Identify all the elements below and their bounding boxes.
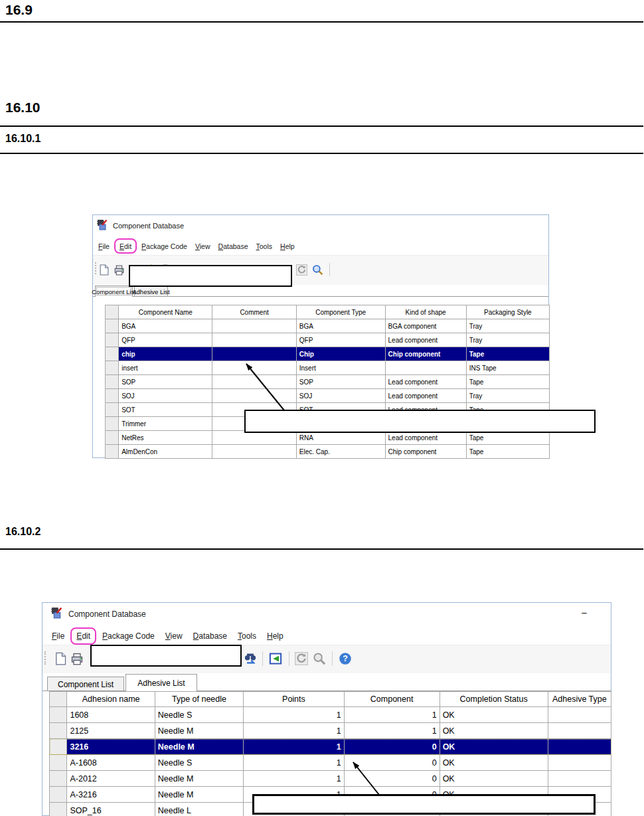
table-cell[interactable]: INS Tape	[466, 361, 549, 375]
column-header[interactable]: Kind of shape	[385, 305, 466, 319]
table-cell[interactable]: A-2012	[67, 771, 155, 787]
column-header[interactable]: Points	[244, 692, 344, 707]
menu-file[interactable]: File	[94, 242, 114, 250]
row-header-cell[interactable]	[106, 403, 119, 417]
table-cell[interactable]: AlmDenCon	[119, 445, 212, 459]
column-header[interactable]: Adhesion name	[67, 692, 155, 707]
table-cell[interactable]: 0	[344, 771, 440, 787]
menu-view[interactable]: View	[160, 631, 188, 641]
table-row[interactable]: chipChipChip componentTape	[106, 347, 550, 361]
column-header[interactable]: Component Name	[119, 305, 212, 319]
table-cell[interactable]: OK	[440, 755, 548, 771]
table-cell[interactable]	[212, 319, 296, 333]
menu-edit[interactable]: Edit	[76, 631, 91, 641]
row-header-cell[interactable]	[50, 739, 67, 755]
row-header-cell[interactable]	[106, 319, 119, 333]
table-cell[interactable]: 1	[344, 707, 440, 723]
search-preview-icon[interactable]	[313, 652, 326, 665]
table-cell[interactable]: Tape	[466, 445, 549, 459]
table-cell[interactable]: 1	[244, 739, 344, 755]
menu-file[interactable]: File	[46, 631, 70, 641]
row-header-cell[interactable]	[106, 375, 119, 389]
tab-adhesive-list[interactable]: Adhesive List	[125, 674, 197, 691]
table-row[interactable]: BGABGABGA componentTray	[106, 319, 550, 333]
tab-component-list[interactable]: Component List	[47, 677, 124, 691]
table-cell[interactable]	[548, 707, 611, 723]
row-header-cell[interactable]	[106, 389, 119, 403]
menu-database[interactable]: Database	[188, 631, 232, 641]
table-cell[interactable]: 0	[344, 739, 440, 755]
column-header[interactable]: Packaging Style	[466, 305, 549, 319]
table-cell[interactable]: Needle M	[155, 771, 243, 787]
table-cell[interactable]: QFP	[119, 333, 212, 347]
row-header-cell[interactable]	[106, 445, 119, 459]
toolbar-grip[interactable]	[95, 262, 96, 274]
table-cell[interactable]	[212, 347, 296, 361]
table-row[interactable]: 3216Needle M10OK	[50, 739, 611, 755]
print-icon[interactable]	[114, 264, 125, 276]
table-cell[interactable]: NetRes	[119, 431, 212, 445]
table-cell[interactable]: SOP	[296, 375, 385, 389]
table-cell[interactable]: 0	[344, 755, 440, 771]
toolbar-grip[interactable]	[44, 651, 46, 665]
table-cell[interactable]: 3216	[67, 739, 155, 755]
table-cell[interactable]: Needle M	[155, 739, 243, 755]
table-cell[interactable]: BGA	[296, 319, 385, 333]
tab-component-list[interactable]: Component List	[95, 286, 133, 297]
table-cell[interactable]	[212, 375, 296, 389]
row-header-cell[interactable]	[106, 417, 119, 431]
menu-database[interactable]: Database	[214, 242, 252, 250]
table-row[interactable]: SOPSOPLead componentTape	[106, 375, 550, 389]
column-header[interactable]: Type of needle	[155, 692, 243, 707]
table-cell[interactable]: Insert	[296, 361, 385, 375]
table-cell[interactable]: Elec. Cap.	[296, 445, 385, 459]
column-header[interactable]: Component	[344, 692, 440, 707]
row-header-cell[interactable]	[50, 707, 67, 723]
table-cell[interactable]: BGA	[119, 319, 212, 333]
table-cell[interactable]: Needle M	[155, 787, 243, 803]
table-row[interactable]: A-1608Needle S10OK	[50, 755, 611, 771]
menu-tools[interactable]: Tools	[232, 631, 262, 641]
table-cell[interactable]: 2125	[67, 723, 155, 739]
refresh-icon[interactable]	[295, 652, 308, 665]
table-cell[interactable]: Tray	[466, 333, 549, 347]
table-cell[interactable]	[212, 361, 296, 375]
menu-edit[interactable]: Edit	[119, 242, 132, 250]
row-header-cell[interactable]	[50, 771, 67, 787]
table-row[interactable]: SOJSOJLead componentTray	[106, 389, 550, 403]
search-preview-icon[interactable]	[312, 264, 323, 276]
table-cell[interactable]: Tape	[466, 375, 549, 389]
row-header-cell[interactable]	[50, 803, 67, 816]
tab-adhesive-list[interactable]: Adhesive List	[134, 286, 168, 297]
column-header[interactable]: Component Type	[296, 305, 385, 319]
table-cell[interactable]: 1608	[67, 707, 155, 723]
help-icon[interactable]: ?	[339, 652, 352, 665]
table-cell[interactable]: Needle L	[155, 803, 243, 816]
print-icon[interactable]	[70, 652, 84, 665]
table-cell[interactable]: A-3216	[67, 787, 155, 803]
table-row[interactable]: 2125Needle M11OK	[50, 723, 611, 739]
table-cell[interactable]: Chip component	[385, 445, 466, 459]
table-cell[interactable]: BGA component	[385, 319, 466, 333]
table-cell[interactable]: SOJ	[296, 389, 385, 403]
table-row[interactable]: QFPQFPLead componentTray	[106, 333, 550, 347]
table-cell[interactable]: insert	[119, 361, 212, 375]
menu-help[interactable]: Help	[276, 242, 299, 250]
table-cell[interactable]: chip	[119, 347, 212, 361]
find-next-binoculars-icon[interactable]	[244, 652, 257, 665]
menu-package-code[interactable]: Package Code	[137, 242, 191, 250]
table-row[interactable]: A-2012Needle M10OK	[50, 771, 611, 787]
row-header-cell[interactable]	[50, 787, 67, 803]
table-cell[interactable]: SOT	[119, 403, 212, 417]
table-cell[interactable]: SOP	[119, 375, 212, 389]
row-header-cell[interactable]	[106, 361, 119, 375]
table-cell[interactable]: Lead component	[385, 333, 466, 347]
new-document-icon[interactable]	[98, 264, 110, 276]
table-cell[interactable]	[385, 361, 466, 375]
minimize-button[interactable]: –	[582, 607, 587, 618]
table-cell[interactable]: SOP_16	[67, 803, 155, 816]
table-cell[interactable]	[548, 723, 611, 739]
table-cell[interactable]: Chip component	[385, 347, 466, 361]
refresh-icon[interactable]	[296, 264, 307, 276]
table-cell[interactable]	[212, 445, 296, 459]
